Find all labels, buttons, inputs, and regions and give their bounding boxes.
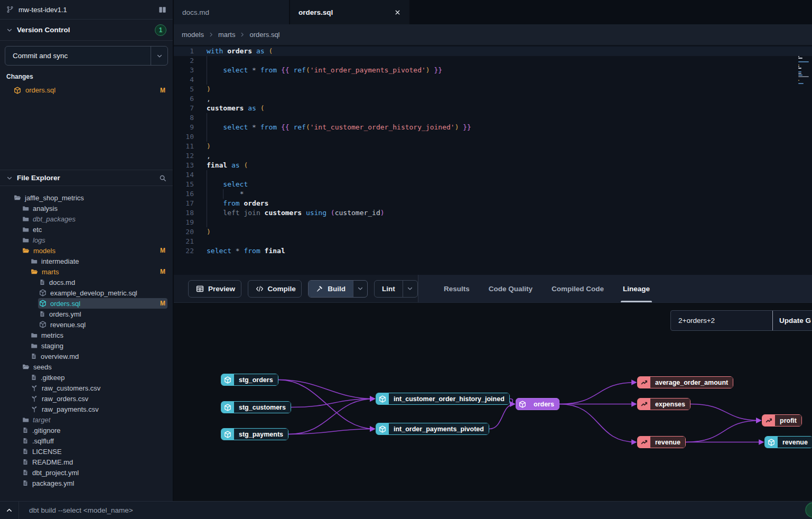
chevron-down-icon bbox=[407, 285, 413, 292]
file-explorer-header[interactable]: File Explorer bbox=[0, 170, 173, 186]
tree-item-dbt-packages[interactable]: dbt_packages bbox=[0, 214, 173, 224]
tab-compiled-code[interactable]: Compiled Code bbox=[542, 275, 613, 302]
tree-item-intermediate[interactable]: intermediate bbox=[0, 256, 173, 266]
tree-item-docs-md[interactable]: docs.md bbox=[0, 277, 173, 288]
tree-item-readme-md[interactable]: README.md bbox=[0, 457, 173, 467]
update-graph-button[interactable]: Update G bbox=[772, 311, 812, 330]
code-line[interactable]: 12, bbox=[174, 151, 812, 161]
lineage-node-average-order-amount[interactable]: average_order_amount bbox=[637, 376, 733, 388]
tree-item-packages-yml[interactable]: packages.yml bbox=[0, 478, 173, 488]
code-line[interactable]: 10 bbox=[174, 132, 812, 142]
code-line[interactable]: 17 from orders bbox=[174, 199, 812, 208]
tree-item-staging[interactable]: staging bbox=[0, 340, 173, 351]
lineage-node-orders[interactable]: orders bbox=[516, 398, 559, 410]
lineage-node-stg-orders[interactable]: stg_orders bbox=[221, 374, 278, 386]
compile-button[interactable]: Compile bbox=[248, 280, 302, 298]
tab-docs-md[interactable]: docs.md bbox=[174, 0, 290, 24]
tree-item--gitkeep[interactable]: .gitkeep bbox=[0, 372, 173, 383]
lineage-node-int-customer-order-history-joined[interactable]: int_customer_order_history_joined bbox=[376, 393, 510, 405]
lineage-node-profit[interactable]: profit bbox=[762, 414, 802, 427]
tree-item-raw-payments-csv[interactable]: raw_payments.csv bbox=[0, 404, 173, 414]
code-line[interactable]: 6, bbox=[174, 94, 812, 104]
version-control-header[interactable]: Version Control 1 bbox=[0, 20, 173, 41]
file-icon bbox=[22, 448, 29, 455]
tree-item-metrics[interactable]: metrics bbox=[0, 330, 173, 340]
lineage-node-revenue[interactable]: revenue bbox=[764, 436, 812, 448]
tree-item-raw-customers-csv[interactable]: raw_customers.csv bbox=[0, 383, 173, 393]
lineage-node-stg-payments[interactable]: stg_payments bbox=[221, 428, 288, 440]
code-line[interactable]: 21 bbox=[174, 237, 812, 246]
file-icon bbox=[31, 353, 37, 359]
command-input[interactable]: dbt build --select <model_name> bbox=[19, 506, 133, 514]
code-line[interactable]: 14 bbox=[174, 170, 812, 180]
tree-item-revenue-sql[interactable]: revenue.sql bbox=[0, 319, 173, 330]
node-label: profit bbox=[775, 415, 801, 426]
code-line[interactable]: 8 bbox=[174, 113, 812, 123]
lineage-node-expenses[interactable]: expenses bbox=[637, 398, 690, 410]
tree-item-orders-sql[interactable]: orders.sqlM bbox=[0, 298, 173, 309]
commit-options-chevron[interactable] bbox=[151, 47, 167, 65]
code-line[interactable]: 11) bbox=[174, 142, 812, 151]
tree-item-orders-yml[interactable]: orders.yml bbox=[0, 309, 173, 319]
layout-columns-icon[interactable] bbox=[158, 6, 166, 14]
sidebar: mw-test-idev1.1 Version Control 1 Commit… bbox=[0, 0, 173, 501]
code-line[interactable]: 15 select bbox=[174, 180, 812, 189]
expand-command-bar-button[interactable] bbox=[0, 502, 19, 519]
code-line[interactable]: 5) bbox=[174, 85, 812, 94]
code-line[interactable]: 3 select * from {{ ref('int_order_paymen… bbox=[174, 66, 812, 75]
tree-item-marts[interactable]: martsM bbox=[0, 266, 173, 277]
tree-item-seeds[interactable]: seeds bbox=[0, 362, 173, 372]
commit-and-sync-button[interactable]: Commit and sync bbox=[5, 46, 168, 66]
preview-button[interactable]: Preview bbox=[188, 280, 241, 298]
run-status-indicator[interactable] bbox=[805, 502, 812, 518]
code-line[interactable]: 16 * bbox=[174, 189, 812, 199]
lineage-edge bbox=[559, 383, 636, 404]
code-line[interactable]: 7customers as ( bbox=[174, 104, 812, 113]
tab-code-quality[interactable]: Code Quality bbox=[479, 275, 542, 302]
tree-item-dbt-project-yml[interactable]: dbt_project.yml bbox=[0, 467, 173, 478]
code-line[interactable]: 19 bbox=[174, 218, 812, 227]
tab-orders-sql[interactable]: orders.sql bbox=[290, 0, 410, 24]
tree-item-models[interactable]: modelsM bbox=[0, 245, 173, 256]
tree-item--sqlfluff[interactable]: .sqlfluff bbox=[0, 435, 173, 446]
breadcrumb-item[interactable]: models bbox=[182, 31, 204, 39]
lineage-graph[interactable]: stg_ordersstg_customersstg_paymentsint_c… bbox=[174, 303, 812, 501]
lineage-node-int-order-payments-pivoted[interactable]: int_order_payments_pivoted bbox=[376, 423, 489, 435]
tree-item-logs[interactable]: logs bbox=[0, 235, 173, 245]
code-line[interactable]: 2 bbox=[174, 56, 812, 66]
changed-file-row[interactable]: orders.sql M bbox=[6, 85, 166, 96]
lint-options-chevron[interactable] bbox=[403, 281, 417, 297]
breadcrumb-item[interactable]: orders.sql bbox=[249, 31, 279, 39]
search-icon[interactable] bbox=[159, 174, 166, 182]
code-line[interactable]: 20) bbox=[174, 227, 812, 237]
tree-item-jaffle-shop-metrics[interactable]: jaffle_shop_metrics bbox=[0, 192, 173, 203]
lineage-node-revenue-metric[interactable]: revenue bbox=[637, 436, 686, 448]
tab-results[interactable]: Results bbox=[434, 275, 479, 302]
code-editor[interactable]: 1with orders as (23 select * from {{ ref… bbox=[174, 45, 812, 275]
build-options-chevron[interactable] bbox=[353, 281, 367, 297]
code-line[interactable]: 4 bbox=[174, 75, 812, 85]
lineage-node-stg-customers[interactable]: stg_customers bbox=[221, 401, 291, 413]
code-line[interactable]: 1with orders as ( bbox=[174, 47, 812, 56]
tree-item-etc[interactable]: etc bbox=[0, 224, 173, 235]
code-line[interactable]: 13final as ( bbox=[174, 161, 812, 170]
lineage-edge bbox=[278, 380, 375, 399]
build-button[interactable]: Build bbox=[308, 280, 368, 298]
tree-item-analysis[interactable]: analysis bbox=[0, 203, 173, 214]
metric-icon bbox=[638, 377, 650, 388]
code-line[interactable]: 18 left join customers using (customer_i… bbox=[174, 208, 812, 218]
breadcrumb-item[interactable]: marts bbox=[218, 31, 236, 39]
lineage-selector-input[interactable]: 2+orders+2 bbox=[671, 311, 772, 330]
tab-lineage[interactable]: Lineage bbox=[613, 275, 659, 302]
model-icon bbox=[516, 398, 529, 410]
tree-item-raw-orders-csv[interactable]: raw_orders.csv bbox=[0, 393, 173, 404]
code-line[interactable]: 22select * from final bbox=[174, 246, 812, 256]
lint-button[interactable]: Lint bbox=[374, 280, 418, 298]
code-line[interactable]: 9 select * from {{ ref('int_customer_ord… bbox=[174, 123, 812, 132]
tree-item-example-develop-metric-sql[interactable]: example_develop_metric.sql bbox=[0, 288, 173, 298]
tree-item-overview-md[interactable]: overview.md bbox=[0, 351, 173, 362]
tree-item--gitignore[interactable]: .gitignore bbox=[0, 425, 173, 435]
tree-item-license[interactable]: LICENSE bbox=[0, 446, 173, 457]
close-icon[interactable] bbox=[394, 9, 401, 16]
tree-item-target[interactable]: target bbox=[0, 414, 173, 425]
